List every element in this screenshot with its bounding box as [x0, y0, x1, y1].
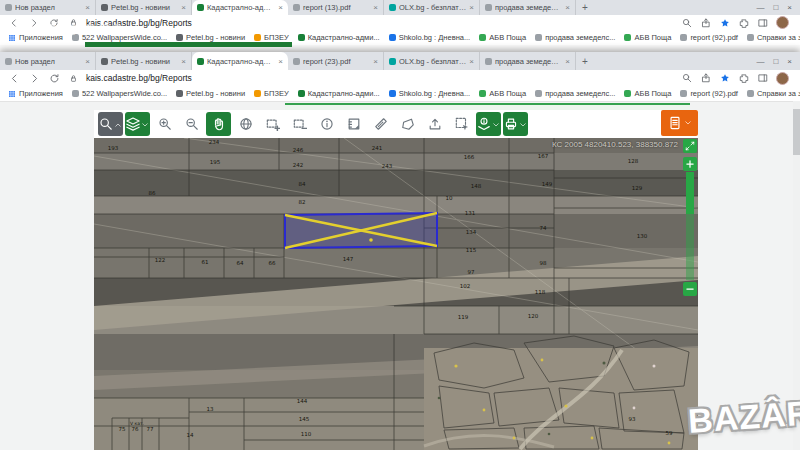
- parcel-label: 166: [464, 154, 475, 160]
- bookmark-favicon: [535, 34, 542, 41]
- search-icon[interactable]: [681, 17, 693, 29]
- layers-button[interactable]: [125, 112, 150, 136]
- zoom-window-in-button[interactable]: [260, 112, 285, 136]
- bookmark-item[interactable]: Справки за земевл...: [747, 89, 800, 98]
- profile-avatar[interactable]: [776, 72, 789, 85]
- print-button[interactable]: [503, 112, 528, 136]
- measure-distance-button[interactable]: [368, 112, 393, 136]
- fullscreen-button[interactable]: [683, 139, 697, 153]
- zoom-in-button[interactable]: [683, 157, 697, 171]
- tab-close-icon[interactable]: ×: [565, 57, 570, 66]
- tab-close-icon[interactable]: ×: [85, 57, 90, 66]
- bookmark-star-icon[interactable]: [719, 72, 731, 84]
- reload-icon[interactable]: [48, 72, 60, 84]
- bookmark-item[interactable]: Petel.bg - новини: [176, 89, 245, 98]
- bookmark-item[interactable]: АБВ Поща: [624, 33, 671, 42]
- search-icon[interactable]: [681, 72, 693, 84]
- tab[interactable]: продава земеделска земя×: [480, 0, 576, 15]
- zoom-slider-thumb[interactable]: [686, 172, 694, 214]
- tab[interactable]: продава земеделска земя×: [480, 52, 576, 70]
- zoom-out-button[interactable]: [683, 282, 697, 296]
- front-window-address-bar: kais.cadastre.bg/bg/Reports: [0, 70, 800, 87]
- bookmark-item[interactable]: АБВ Поща: [479, 89, 526, 98]
- share-icon[interactable]: [700, 17, 712, 29]
- tab[interactable]: Кадастрално-административни×: [192, 0, 288, 15]
- tab[interactable]: report (23).pdf×: [288, 52, 384, 70]
- bookmark-item[interactable]: БПЗЕУ: [254, 33, 289, 42]
- bookmark-item[interactable]: АБВ Поща: [479, 33, 526, 42]
- bazar-logo-watermark: BAZÂR: [687, 394, 800, 441]
- tab[interactable]: OLX.bg - безплатни обяви×: [384, 52, 480, 70]
- share-icon[interactable]: [700, 72, 712, 84]
- bookmark-item[interactable]: 522 WallpapersWide.co...: [72, 89, 167, 98]
- export-button[interactable]: [422, 112, 447, 136]
- sidebar-icon[interactable]: [757, 17, 769, 29]
- tab[interactable]: Нов раздел×: [0, 52, 96, 70]
- bookmark-item[interactable]: АБВ Поща: [624, 89, 671, 98]
- tab-close-icon[interactable]: ×: [278, 57, 283, 66]
- bookmark-item[interactable]: продава земеделс...: [535, 33, 615, 42]
- measure-polygon-button[interactable]: [395, 112, 420, 136]
- tab-close-icon[interactable]: ×: [373, 3, 378, 12]
- pan-button[interactable]: [206, 112, 231, 136]
- menu-icon[interactable]: [796, 72, 800, 84]
- bookmark-item[interactable]: Shkolo.bg : Дневна...: [389, 33, 471, 42]
- bookmark-item[interactable]: report (92).pdf: [680, 33, 738, 42]
- scrollbar-thumb[interactable]: [793, 109, 800, 155]
- tab-close-icon[interactable]: ×: [278, 3, 283, 12]
- full-extent-button[interactable]: [233, 112, 258, 136]
- menu-icon[interactable]: [796, 17, 800, 29]
- tab[interactable]: Кадастрално-административни×: [192, 52, 288, 70]
- zoom-slider-track[interactable]: [686, 172, 694, 280]
- select-features-button[interactable]: [449, 112, 474, 136]
- bookmark-item[interactable]: Кадастрално-адми...: [298, 89, 380, 98]
- measure-area-button[interactable]: [341, 112, 366, 136]
- extensions-icon[interactable]: [738, 17, 750, 29]
- tab[interactable]: Нов раздел×: [0, 0, 96, 15]
- info-button[interactable]: [314, 112, 339, 136]
- new-tab-button[interactable]: +: [576, 56, 594, 67]
- maximize-window-icon[interactable]: □: [773, 57, 778, 66]
- profile-avatar[interactable]: [776, 16, 789, 29]
- tab-close-icon[interactable]: ×: [373, 57, 378, 66]
- zoom-in-button[interactable]: [152, 112, 177, 136]
- tab-close-icon[interactable]: ×: [469, 57, 474, 66]
- zoom-out-button[interactable]: [179, 112, 204, 136]
- maximize-window-icon[interactable]: □: [773, 3, 778, 12]
- back-icon[interactable]: [8, 72, 20, 84]
- cadastre-map[interactable]: 1932341952462412422431661671288684821481…: [94, 138, 698, 450]
- bookmark-item[interactable]: Petel.bg - новини: [176, 33, 245, 42]
- minimize-window-icon[interactable]: —: [756, 57, 764, 66]
- tab-close-icon[interactable]: ×: [181, 3, 186, 12]
- reports-menu-button[interactable]: [661, 110, 698, 136]
- tab-close-icon[interactable]: ×: [469, 3, 474, 12]
- bookmark-item[interactable]: БПЗЕУ: [254, 89, 289, 98]
- extensions-icon[interactable]: [738, 72, 750, 84]
- identify-button[interactable]: [476, 112, 501, 136]
- search-button[interactable]: [98, 112, 123, 136]
- tab[interactable]: report (13).pdf×: [288, 0, 384, 15]
- bookmark-item[interactable]: Приложения: [8, 89, 63, 98]
- url-text[interactable]: kais.cadastre.bg/bg/Reports: [86, 73, 192, 83]
- forward-icon[interactable]: [28, 72, 40, 84]
- bookmark-item[interactable]: продава земеделс...: [535, 89, 615, 98]
- back-icon[interactable]: [8, 17, 20, 29]
- tab[interactable]: OLX.bg - безплатни обяви×: [384, 0, 480, 15]
- bookmark-item[interactable]: Shkolo.bg : Дневна...: [389, 89, 471, 98]
- bookmark-item[interactable]: Справки за земевл...: [747, 33, 800, 42]
- minimize-window-icon[interactable]: —: [756, 3, 764, 12]
- coordinates-readout: КС 2005 4820410.523, 388350.872: [430, 140, 678, 149]
- tab-close-icon[interactable]: ×: [181, 57, 186, 66]
- zoom-window-out-button[interactable]: [287, 112, 312, 136]
- bookmark-item[interactable]: report (92).pdf: [680, 89, 738, 98]
- bookmark-item[interactable]: Кадастрално-адми...: [298, 33, 380, 42]
- close-window-icon[interactable]: ×: [787, 57, 792, 66]
- bookmark-star-icon[interactable]: [719, 17, 731, 29]
- tab-close-icon[interactable]: ×: [85, 3, 90, 12]
- tab[interactable]: Petel.bg - новини×: [96, 0, 192, 15]
- tab[interactable]: Petel.bg - новини×: [96, 52, 192, 70]
- new-tab-button[interactable]: +: [576, 2, 594, 13]
- tab-close-icon[interactable]: ×: [565, 3, 570, 12]
- close-window-icon[interactable]: ×: [787, 3, 792, 12]
- sidebar-icon[interactable]: [757, 72, 769, 84]
